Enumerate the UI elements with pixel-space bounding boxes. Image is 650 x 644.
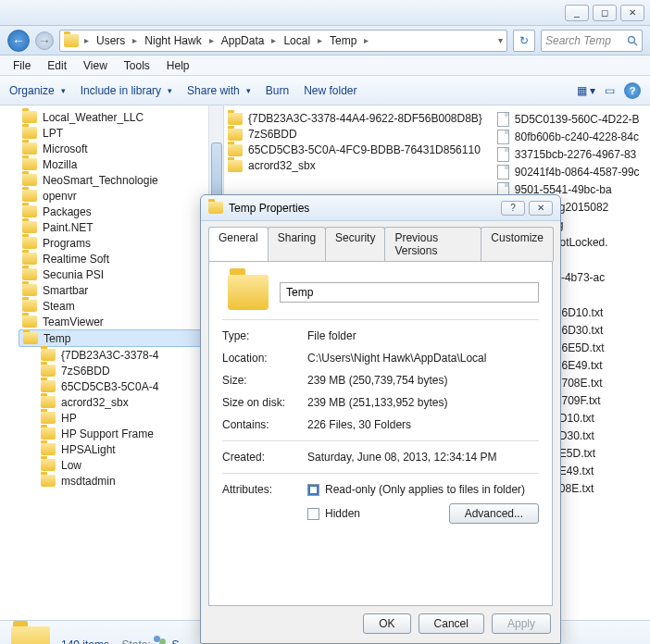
breadcrumb-segment[interactable]: Temp — [324, 32, 362, 49]
tree-item[interactable]: Realtime Soft — [19, 251, 223, 266]
created-value: Saturday, June 08, 2013, 12:34:14 PM — [307, 451, 539, 464]
folder-icon — [41, 365, 56, 377]
tree-item[interactable]: Programs — [19, 235, 223, 251]
address-bar-row: ← → ▸ Users ▸ Night Hawk ▸ AppData ▸ Loc… — [0, 26, 650, 56]
apply-button[interactable]: Apply — [492, 613, 551, 634]
state-value: S — [171, 638, 179, 644]
dialog-close-button[interactable]: ✕ — [529, 201, 553, 216]
help-icon[interactable]: ? — [624, 82, 641, 99]
navigation-tree[interactable]: Local_Weather_LLCLPTMicrosoftMozillaNeoS… — [0, 105, 224, 620]
organize-button[interactable]: Organize — [9, 84, 66, 97]
file-item[interactable]: acrord32_sbx — [226, 158, 484, 173]
breadcrumb-segment[interactable]: Users — [91, 32, 131, 49]
tree-item[interactable]: Mozilla — [19, 156, 223, 172]
folder-icon — [22, 237, 37, 249]
chevron-right-icon: ▸ — [132, 35, 137, 45]
tree-item-label: Programs — [43, 237, 91, 250]
tree-item[interactable]: Steam — [19, 298, 223, 314]
tree-item[interactable]: TeamViewer — [19, 314, 223, 329]
readonly-checkbox[interactable] — [307, 484, 319, 496]
tree-item[interactable]: Local_Weather_LLC — [19, 109, 223, 125]
file-item[interactable]: 5D5C0139-560C-4D22-B — [495, 111, 642, 128]
forward-button[interactable]: → — [35, 31, 54, 50]
file-item[interactable]: 65CD5CB3-5C0A-4FC9-BDBB-76431D856110 — [226, 142, 484, 157]
tree-item-label: Realtime Soft — [43, 253, 109, 266]
breadcrumb-bar[interactable]: ▸ Users ▸ Night Hawk ▸ AppData ▸ Local ▸… — [59, 30, 507, 52]
type-value: File folder — [307, 329, 539, 342]
view-options-button[interactable]: ▦ ▾ — [577, 84, 595, 97]
tree-item[interactable]: 7zS6BDD — [19, 363, 223, 378]
tree-item[interactable]: Packages — [19, 204, 223, 219]
tree-item-label: Steam — [43, 300, 75, 313]
tab-customize[interactable]: Customize — [481, 227, 554, 261]
file-item[interactable]: 7zS6BDD — [226, 127, 484, 142]
refresh-button[interactable]: ↻ — [513, 30, 535, 52]
cancel-button[interactable]: Cancel — [419, 613, 484, 634]
document-icon — [497, 147, 509, 162]
menu-view[interactable]: View — [76, 57, 115, 74]
tree-item[interactable]: LPT — [19, 125, 223, 141]
close-button[interactable]: ✕ — [620, 5, 644, 21]
folder-icon — [23, 332, 38, 344]
file-item[interactable]: 80fb606b-c240-4228-84c — [495, 129, 642, 145]
menu-edit[interactable]: Edit — [40, 57, 74, 74]
advanced-button[interactable]: Advanced... — [449, 503, 539, 524]
preview-pane-button[interactable]: ▭ — [605, 84, 615, 97]
file-item[interactable]: 33715bcb-2276-4967-83 — [495, 146, 642, 163]
tab-security[interactable]: Security — [325, 227, 385, 261]
item-count: 149 items — [61, 638, 109, 644]
folder-icon — [22, 268, 37, 280]
breadcrumb-segment[interactable]: AppData — [216, 32, 270, 49]
tree-item[interactable]: HP — [19, 410, 223, 426]
tree-item[interactable]: Low — [19, 457, 223, 473]
folder-icon — [228, 113, 243, 125]
tree-item[interactable]: msdtadmin — [19, 473, 223, 489]
dialog-help-button[interactable]: ? — [501, 201, 525, 216]
burn-button[interactable]: Burn — [266, 84, 289, 97]
folder-icon — [64, 34, 79, 47]
tab-general[interactable]: General — [208, 227, 269, 261]
hidden-checkbox[interactable] — [307, 508, 319, 520]
menu-file[interactable]: File — [6, 57, 38, 74]
folder-icon — [208, 202, 223, 214]
maximize-button[interactable]: ◻ — [593, 5, 617, 21]
back-button[interactable]: ← — [7, 30, 30, 52]
tree-item[interactable]: NeoSmart_Technologie — [19, 172, 223, 188]
tree-item[interactable]: {7DB23A3C-3378-4 — [19, 347, 223, 363]
file-item-label: 80fb606b-c240-4228-84c — [515, 130, 639, 143]
file-item[interactable]: {7DB23A3C-3378-44A4-9622-8DF56B008D8B} — [226, 111, 484, 126]
document-icon — [497, 112, 509, 127]
tab-previous-versions[interactable]: Previous Versions — [384, 227, 481, 261]
tree-item[interactable]: Secunia PSI — [19, 266, 223, 282]
tree-item-label: Packages — [43, 205, 92, 218]
tree-item[interactable]: HPSALight — [19, 441, 223, 457]
location-label: Location: — [222, 352, 296, 365]
breadcrumb-segment[interactable]: Local — [278, 32, 316, 49]
search-placeholder: Search Temp — [545, 34, 611, 47]
tree-item[interactable]: acrord32_sbx — [19, 394, 223, 410]
tree-item[interactable]: Smartbar — [19, 282, 223, 298]
menu-tools[interactable]: Tools — [117, 57, 157, 74]
include-library-button[interactable]: Include in library — [81, 84, 172, 97]
ok-button[interactable]: OK — [363, 613, 410, 634]
file-item[interactable]: 90241f4b-0864-4587-99c — [495, 164, 642, 180]
tree-item[interactable]: 65CD5CB3-5C0A-4 — [19, 378, 223, 394]
tree-item[interactable]: openvr — [19, 188, 223, 204]
menu-help[interactable]: Help — [159, 57, 197, 74]
breadcrumb-segment[interactable]: Night Hawk — [139, 32, 206, 49]
tree-item[interactable]: Paint.NET — [19, 219, 223, 235]
minimize-button[interactable]: ⎯ — [565, 5, 589, 21]
tree-item[interactable]: Temp — [19, 329, 223, 347]
folder-icon — [22, 300, 37, 312]
tree-item[interactable]: Microsoft — [19, 141, 223, 156]
new-folder-button[interactable]: New folder — [304, 84, 356, 97]
search-input[interactable]: Search Temp — [541, 30, 643, 52]
chevron-down-icon[interactable]: ▾ — [498, 35, 503, 45]
tab-sharing[interactable]: Sharing — [268, 227, 326, 261]
folder-name-input[interactable] — [280, 282, 539, 303]
share-with-button[interactable]: Share with — [187, 84, 251, 97]
folder-icon — [11, 626, 50, 645]
dialog-titlebar[interactable]: Temp Properties ? ✕ — [201, 195, 560, 221]
properties-dialog: Temp Properties ? ✕ General Sharing Secu… — [200, 194, 561, 644]
tree-item[interactable]: HP Support Frame — [19, 426, 223, 441]
